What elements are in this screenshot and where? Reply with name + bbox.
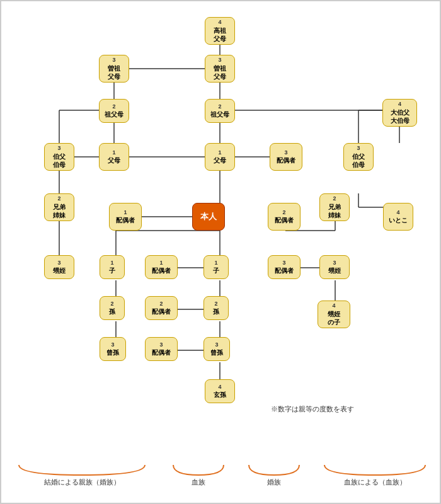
node-haigusha-himago: 3 配偶者 — [145, 337, 178, 361]
node-mago-right: 2 孫 — [203, 296, 229, 320]
node-kyodai-left: 2 兄弟姉妹 — [44, 193, 74, 221]
node-haigusha-top: 3 配偶者 — [270, 143, 302, 171]
node-haigusha-right2: 3 配偶者 — [268, 255, 301, 279]
bracket-konzoku-right: 婚族 — [246, 464, 302, 487]
footer: 結婚による親族（婚族） 血族 婚族 血族による（血族） — [6, 464, 435, 488]
node-sosofu-left: 3 曽祖父母 — [99, 55, 129, 83]
node-himago-right: 3 曾孫 — [203, 337, 230, 361]
node-fubo-center: 1 父母 — [205, 143, 235, 171]
note: ※数字は親等の度数を表す — [271, 404, 354, 414]
node-sofu-center: 2 祖父母 — [205, 99, 235, 123]
bracket-svg-konzoku — [13, 464, 151, 476]
node-oioi-left: 3 甥姪 — [44, 255, 74, 279]
node-ko-right: 1 子 — [203, 255, 229, 279]
label-konzoku-right: 婚族 — [267, 478, 281, 487]
label-ketsuzoku-right: 血族による（血族） — [344, 478, 406, 487]
node-fubo-left: 1 父母 — [99, 143, 129, 171]
node-haigusha-mago: 2 配偶者 — [145, 296, 178, 320]
node-genson: 4 玄孫 — [205, 379, 235, 403]
node-honin: 本人 — [192, 203, 225, 231]
node-himago-left: 3 曾孫 — [100, 337, 126, 361]
node-oioi-right: 3 甥姪 — [319, 255, 350, 279]
label-ketsuzoku: 血族 — [192, 478, 205, 487]
footer-brackets: 結婚による親族（婚族） 血族 婚族 血族による（血族） — [13, 464, 428, 487]
node-kyodai-right: 2 兄弟姉妹 — [319, 193, 350, 221]
node-daiojioba: 4 大伯父大伯母 — [382, 99, 417, 127]
node-itoko: 4 いとこ — [383, 203, 413, 231]
bracket-svg-ketsuzoku — [170, 464, 227, 476]
node-haigusha-right: 2 配偶者 — [268, 203, 301, 231]
family-diagram: 4 高祖父母 3 曽祖父母 3 曽祖父母 2 祖父母 2 祖父母 4 大伯父大伯… — [6, 8, 435, 461]
bracket-ketsuzoku-right: 血族による（血族） — [321, 464, 428, 487]
bracket-svg-ketsuzoku-right — [321, 464, 428, 476]
node-haigusha-ko: 1 配偶者 — [145, 255, 178, 279]
node-ko-left: 1 子 — [100, 255, 125, 279]
node-kosofu: 4 高祖父母 — [205, 17, 235, 45]
node-ojioba-right: 3 伯父伯母 — [343, 143, 374, 171]
label-konzoku: 結婚による親族（婚族） — [44, 478, 120, 487]
bracket-ketsuzoku: 血族 — [170, 464, 227, 487]
node-haigusha-left: 1 配偶者 — [109, 203, 142, 231]
node-ojioba-farleft: 3 伯父伯母 — [44, 143, 74, 171]
node-mago-left: 2 孫 — [100, 296, 125, 320]
node-oioi-child: 4 甥姪の子 — [318, 301, 350, 328]
node-sofu-left: 2 祖父母 — [99, 99, 129, 123]
bracket-svg-konzoku-right — [246, 464, 302, 476]
node-sosofu-center: 3 曽祖父母 — [205, 55, 235, 83]
bracket-konzoku: 結婚による親族（婚族） — [13, 464, 151, 487]
